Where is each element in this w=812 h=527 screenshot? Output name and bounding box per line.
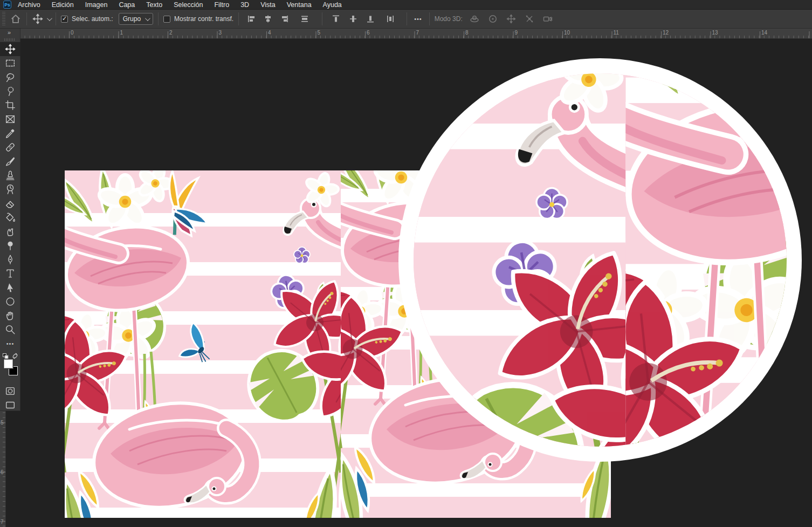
tool-frame[interactable] (0, 112, 20, 126)
ruler-v-number: 5 (1, 420, 4, 426)
options-bar: Selec. autom.: Grupo Mostrar contr. tran… (0, 10, 812, 29)
tool-eraser[interactable] (0, 196, 20, 210)
distribute-vertical-centers-icon[interactable] (300, 14, 309, 24)
tool-ellipse-shape[interactable] (0, 295, 20, 309)
ruler-v-number: 7 (1, 519, 4, 525)
auto-select-target-value: Grupo (123, 15, 141, 23)
auto-select-label: Selec. autom.: (72, 15, 113, 23)
tool-hand[interactable] (0, 309, 20, 323)
show-transform-checkbox[interactable] (163, 16, 170, 23)
align-left-edges-icon[interactable] (247, 14, 257, 24)
tool-eyedropper[interactable] (0, 126, 20, 140)
align-bottom-edges-icon[interactable] (366, 14, 375, 24)
ruler-h-number: 8 (464, 30, 469, 36)
tool-type[interactable] (0, 266, 20, 280)
menu-imagen[interactable]: Imagen (85, 1, 108, 9)
tool-brush[interactable] (0, 154, 20, 168)
ruler-h-number: 4 (266, 30, 271, 36)
quick-mask-mode-button[interactable] (0, 384, 20, 398)
distribute-horizontal-centers-icon[interactable] (386, 14, 395, 24)
3d-slide-icon[interactable] (524, 13, 535, 24)
tool-pen[interactable] (0, 252, 20, 266)
ruler-v-number: 6 (1, 469, 4, 475)
home-icon[interactable] (10, 13, 22, 25)
menu-seleccion[interactable]: Selección (174, 1, 203, 9)
color-controls (0, 351, 20, 384)
foreground-color-swatch[interactable] (4, 359, 13, 368)
menu-capa[interactable]: Capa (119, 1, 135, 9)
3d-camera-icon[interactable] (542, 13, 554, 24)
separator (56, 12, 56, 25)
ruler-h-number: 6 (365, 30, 370, 36)
menu-texto[interactable]: Texto (146, 1, 162, 9)
ruler-h-number: 11 (612, 30, 619, 36)
tool-lasso[interactable] (0, 70, 20, 84)
tools-grip[interactable] (4, 38, 16, 41)
tool-path-selection[interactable] (0, 280, 20, 295)
tool-spot-healing-brush[interactable] (0, 140, 20, 154)
align-top-edges-icon[interactable] (331, 14, 341, 24)
mode-3d-label: Modo 3D: (435, 15, 463, 23)
separator (407, 12, 407, 25)
screen-mode-button[interactable] (0, 398, 20, 412)
separator (26, 12, 27, 25)
separator (429, 12, 430, 25)
tool-crop[interactable] (0, 98, 20, 112)
auto-select-target-dropdown[interactable]: Grupo (119, 13, 153, 25)
align-vertical-centers-icon[interactable] (348, 14, 358, 24)
ruler-h-number: 14 (760, 30, 767, 36)
tool-move[interactable] (0, 42, 20, 56)
ruler-h-number: 13 (711, 30, 718, 36)
tool-clone-stamp[interactable] (0, 168, 20, 182)
ruler-h-number: 0 (69, 30, 74, 36)
tool-zoom[interactable] (0, 323, 20, 337)
tool-quick-selection[interactable] (0, 84, 20, 98)
align-horizontal-centers-icon[interactable] (263, 14, 273, 24)
ruler-horizontal[interactable]: 0 1 2 3 4 5 6 7 8 9 10 11 12 13 14 (0, 29, 812, 39)
ruler-h-number: 2 (168, 30, 173, 36)
options-bar-grip[interactable] (2, 12, 5, 26)
tool-dodge[interactable] (0, 238, 20, 252)
ruler-h-number: 12 (661, 30, 669, 36)
menu-vista[interactable]: Vista (260, 1, 276, 9)
menu-ventana[interactable]: Ventana (287, 1, 312, 9)
expand-tools-button[interactable]: » (0, 29, 20, 38)
align-right-edges-icon[interactable] (279, 14, 289, 24)
separator (158, 12, 159, 25)
menu-archivo[interactable]: Archivo (18, 1, 40, 9)
more-align-options-button[interactable]: ••• (412, 16, 424, 22)
3d-roll-icon[interactable] (487, 13, 498, 24)
more-tools-button[interactable]: ••• (0, 337, 20, 351)
tool-preset-chevron-icon[interactable] (47, 16, 52, 21)
menu-3d[interactable]: 3D (240, 1, 249, 9)
ruler-h-number: 1 (119, 30, 123, 36)
separator (238, 12, 239, 25)
move-tool-preset-icon[interactable] (32, 13, 44, 25)
tools-panel: » (0, 29, 20, 411)
ruler-h-number: 10 (562, 30, 570, 36)
ruler-h-number: 5 (316, 30, 321, 36)
separator (322, 12, 322, 25)
chevron-down-icon (145, 16, 150, 21)
zoom-detail-content (414, 73, 787, 447)
menu-bar: Ps Archivo Edición Imagen Capa Texto Sel… (0, 0, 812, 10)
ruler-h-number: 3 (217, 30, 222, 36)
3d-orbit-icon[interactable] (469, 13, 480, 24)
photoshop-logo-icon: Ps (3, 1, 11, 9)
photoshop-window: Ps Archivo Edición Imagen Capa Texto Sel… (0, 0, 812, 527)
auto-select-checkbox[interactable] (61, 16, 68, 23)
menu-ayuda[interactable]: Ayuda (323, 1, 342, 9)
ruler-h-number: 9 (513, 30, 518, 36)
show-transform-label: Mostrar contr. transf. (174, 15, 233, 23)
tool-rectangular-marquee[interactable] (0, 56, 20, 70)
tool-paint-bucket[interactable] (0, 210, 20, 224)
tool-history-brush[interactable] (0, 182, 20, 196)
menu-filtro[interactable]: Filtro (214, 1, 229, 9)
tool-smudge[interactable] (0, 224, 20, 238)
menu-edicion[interactable]: Edición (52, 1, 74, 9)
3d-pan-icon[interactable] (506, 13, 517, 24)
ruler-h-number: 7 (415, 30, 419, 36)
zoom-detail-circle (398, 58, 802, 462)
